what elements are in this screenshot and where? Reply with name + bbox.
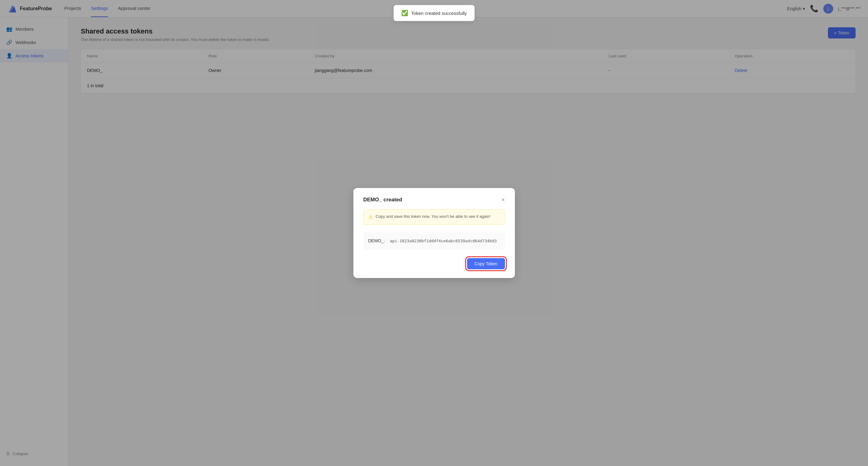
warning-text: Copy and save this token now. You won't … bbox=[376, 213, 491, 220]
warning-banner: ⚠ Copy and save this token now. You won'… bbox=[363, 209, 505, 225]
modal-close-button[interactable]: × bbox=[501, 197, 505, 203]
token-value: api-1823a8230bf1dddf4ce6abc6539adcd64d73… bbox=[390, 239, 497, 243]
token-label: DEMO_: bbox=[368, 238, 385, 243]
warning-icon: ⚠ bbox=[369, 214, 373, 221]
modal-title: DEMO_ created bbox=[363, 197, 402, 203]
modal-overlay: DEMO_ created × ⚠ Copy and save this tok… bbox=[0, 0, 868, 466]
modal-header: DEMO_ created × bbox=[363, 197, 505, 203]
toast: ✅ Token created successfully bbox=[394, 18, 474, 21]
token-display: DEMO_: api-1823a8230bf1dddf4ce6abc6539ad… bbox=[363, 232, 505, 249]
modal: DEMO_ created × ⚠ Copy and save this tok… bbox=[353, 188, 515, 278]
copy-token-button[interactable]: Copy Token bbox=[467, 258, 505, 269]
